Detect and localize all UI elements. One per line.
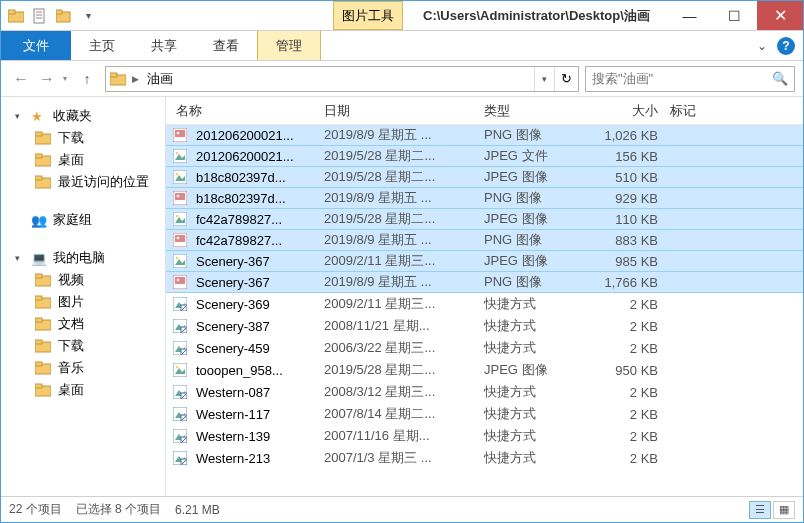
sidebar-item-label: 下载 xyxy=(58,129,84,147)
sidebar-item[interactable]: 最近访问的位置 xyxy=(1,171,165,193)
file-name: fc42a789827... xyxy=(190,233,318,248)
file-row[interactable]: Scenery-3672019/8/9 星期五 ...PNG 图像1,766 K… xyxy=(166,271,803,293)
file-type: JPEG 文件 xyxy=(478,147,586,165)
folder-app-icon[interactable] xyxy=(5,5,27,27)
file-size: 1,026 KB xyxy=(586,128,664,143)
svg-point-42 xyxy=(176,215,179,218)
folder-icon xyxy=(35,153,52,167)
search-icon[interactable]: 🔍 xyxy=(772,71,788,86)
file-size: 2 KB xyxy=(586,429,664,444)
sidebar-favorites[interactable]: ▾ ★ 收藏夹 xyxy=(1,105,165,127)
refresh-button[interactable]: ↻ xyxy=(554,67,578,91)
svg-rect-23 xyxy=(35,340,42,344)
file-row[interactable]: fc42a789827...2019/5/28 星期二...JPEG 图像110… xyxy=(166,208,803,230)
file-row[interactable]: 201206200021...2019/5/28 星期二...JPEG 文件15… xyxy=(166,145,803,167)
svg-point-30 xyxy=(177,132,180,135)
new-folder-icon[interactable] xyxy=(53,5,75,27)
status-bar: 22 个项目 已选择 8 个项目 6.21 MB ☰ ▦ xyxy=(1,496,803,522)
svg-rect-44 xyxy=(175,235,185,242)
tab-manage[interactable]: 管理 xyxy=(257,31,321,60)
view-icons-button[interactable]: ▦ xyxy=(773,501,795,519)
svg-rect-9 xyxy=(110,73,117,77)
file-type: 快捷方式 xyxy=(478,295,586,313)
tab-home[interactable]: 主页 xyxy=(71,31,133,60)
file-date: 2009/2/11 星期三... xyxy=(318,252,478,270)
help-icon[interactable]: ? xyxy=(777,37,795,55)
sidebar-item[interactable]: 桌面 xyxy=(1,149,165,171)
file-size: 2 KB xyxy=(586,385,664,400)
homegroup-icon: 👥 xyxy=(31,213,47,228)
file-type-icon xyxy=(170,341,190,355)
file-type: 快捷方式 xyxy=(478,449,586,467)
tab-share[interactable]: 共享 xyxy=(133,31,195,60)
sidebar-item-label: 图片 xyxy=(58,293,84,311)
svg-rect-11 xyxy=(35,132,42,136)
close-button[interactable]: ✕ xyxy=(757,1,803,30)
column-size[interactable]: 大小 xyxy=(586,102,664,120)
minimize-button[interactable]: — xyxy=(667,1,712,30)
search-box[interactable]: 🔍 xyxy=(585,66,795,92)
file-date: 2019/5/28 星期二... xyxy=(318,168,478,186)
file-row[interactable]: Scenery-3692009/2/11 星期三...快捷方式2 KB xyxy=(166,293,803,315)
nav-history-dropdown[interactable]: ▾ xyxy=(61,74,69,83)
file-row[interactable]: b18c802397d...2019/8/9 星期五 ...PNG 图像929 … xyxy=(166,187,803,209)
file-row[interactable]: Western-1392007/11/16 星期...快捷方式2 KB xyxy=(166,425,803,447)
file-row[interactable]: fc42a789827...2019/8/9 星期五 ...PNG 图像883 … xyxy=(166,229,803,251)
file-type-icon xyxy=(170,170,190,184)
contextual-tab-picture-tools[interactable]: 图片工具 xyxy=(333,1,403,30)
file-row[interactable]: Western-0872008/3/12 星期三...快捷方式2 KB xyxy=(166,381,803,403)
sidebar-item[interactable]: 下载 xyxy=(1,335,165,357)
column-type[interactable]: 类型 xyxy=(478,102,586,120)
sidebar-item-label: 音乐 xyxy=(58,359,84,377)
quick-access-toolbar: ▾ xyxy=(1,1,103,30)
tree-collapse-icon[interactable]: ▾ xyxy=(15,253,25,263)
breadcrumb-separator-icon[interactable]: ▶ xyxy=(130,74,141,84)
sidebar-item[interactable]: 图片 xyxy=(1,291,165,313)
sidebar-item[interactable]: 视频 xyxy=(1,269,165,291)
file-size: 2 KB xyxy=(586,407,664,422)
file-row[interactable]: tooopen_958...2019/5/28 星期二...JPEG 图像950… xyxy=(166,359,803,381)
maximize-button[interactable]: ☐ xyxy=(712,1,757,30)
svg-rect-38 xyxy=(175,193,185,200)
address-dropdown-icon[interactable]: ▾ xyxy=(534,67,554,91)
nav-up-button[interactable]: ↑ xyxy=(75,67,99,91)
file-name: Western-117 xyxy=(190,407,318,422)
tab-file[interactable]: 文件 xyxy=(1,31,71,60)
column-tag[interactable]: 标记 xyxy=(664,102,803,120)
file-row[interactable]: b18c802397d...2019/5/28 星期二...JPEG 图像510… xyxy=(166,166,803,188)
sidebar-homegroup[interactable]: 👥 家庭组 xyxy=(1,209,165,231)
view-details-button[interactable]: ☰ xyxy=(749,501,771,519)
qat-dropdown-icon[interactable]: ▾ xyxy=(77,5,99,27)
column-name[interactable]: 名称 xyxy=(170,102,318,120)
svg-rect-29 xyxy=(175,130,185,137)
nav-forward-button[interactable]: → xyxy=(35,67,59,91)
file-date: 2008/3/12 星期三... xyxy=(318,383,478,401)
ribbon-tabs: 文件 主页 共享 查看 管理 ⌄ ? xyxy=(1,31,803,61)
address-bar[interactable]: ▶ 油画 ▾ ↻ xyxy=(105,66,579,92)
file-row[interactable]: Western-1172007/8/14 星期二...快捷方式2 KB xyxy=(166,403,803,425)
file-type: JPEG 图像 xyxy=(478,210,586,228)
file-row[interactable]: Scenery-3872008/11/21 星期...快捷方式2 KB xyxy=(166,315,803,337)
file-name: Scenery-369 xyxy=(190,297,318,312)
file-row[interactable]: Western-2132007/1/3 星期三 ...快捷方式2 KB xyxy=(166,447,803,469)
sidebar-computer[interactable]: ▾ 💻 我的电脑 xyxy=(1,247,165,269)
file-date: 2019/5/28 星期二... xyxy=(318,361,478,379)
ribbon-expand-icon[interactable]: ⌄ xyxy=(757,39,767,53)
file-row[interactable]: Scenery-4592006/3/22 星期三...快捷方式2 KB xyxy=(166,337,803,359)
sidebar-item[interactable]: 下载 xyxy=(1,127,165,149)
svg-point-51 xyxy=(177,279,180,282)
nav-back-button[interactable]: ← xyxy=(9,67,33,91)
sidebar-item[interactable]: 桌面 xyxy=(1,379,165,401)
sidebar-item[interactable]: 文档 xyxy=(1,313,165,335)
breadcrumb-current[interactable]: 油画 xyxy=(141,67,179,91)
file-date: 2019/8/9 星期五 ... xyxy=(318,189,478,207)
column-date[interactable]: 日期 xyxy=(318,102,478,120)
tree-collapse-icon[interactable]: ▾ xyxy=(15,111,25,121)
file-size: 883 KB xyxy=(586,233,664,248)
file-row[interactable]: Scenery-3672009/2/11 星期三...JPEG 图像985 KB xyxy=(166,250,803,272)
properties-icon[interactable] xyxy=(29,5,51,27)
tab-view[interactable]: 查看 xyxy=(195,31,257,60)
sidebar-item[interactable]: 音乐 xyxy=(1,357,165,379)
search-input[interactable] xyxy=(592,71,772,86)
file-row[interactable]: 201206200021...2019/8/9 星期五 ...PNG 图像1,0… xyxy=(166,125,803,146)
